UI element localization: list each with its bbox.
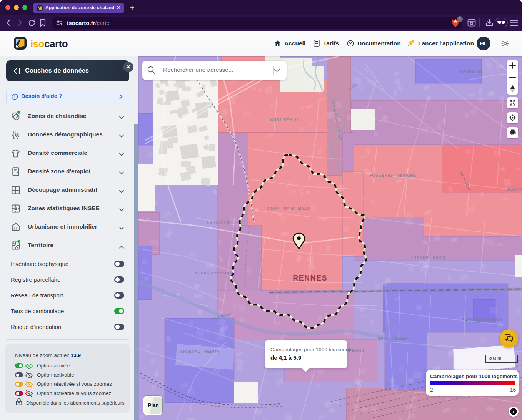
- svg-text:BOURG L’EVESQUE: BOURG L’EVESQUE: [195, 271, 234, 275]
- svg-text:FOUGÈRES - SÉVIGNÉ: FOUGÈRES - SÉVIGNÉ: [370, 173, 416, 178]
- svg-text:DINAN - SAINT-MALO: DINAN - SAINT-MALO: [266, 206, 310, 211]
- svg-text:SAINT-HÉLIER: SAINT-HÉLIER: [378, 336, 407, 340]
- svg-text:ALPHONSE GUÉRIN: ALPHONSE GUÉRIN: [462, 317, 502, 322]
- svg-text:SAINT-MARTIN: SAINT-MARTIN: [269, 117, 300, 121]
- svg-text:ARSENAL - REDON: ARSENAL - REDON: [180, 349, 219, 354]
- svg-text:LA TOUCHE: LA TOUCHE: [207, 221, 231, 225]
- svg-text:RENNES: RENNES: [293, 274, 327, 282]
- svg-text:JEANNE D: JEANNE D: [507, 187, 522, 191]
- svg-text:THABOR - PARIS: THABOR - PARIS: [411, 256, 445, 260]
- svg-text:MAUREPAS: MAUREPAS: [459, 69, 483, 73]
